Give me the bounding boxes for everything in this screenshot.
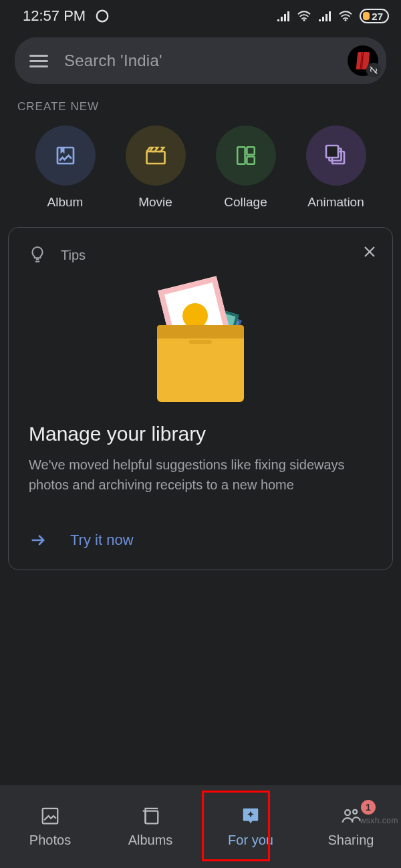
for-you-icon <box>241 806 261 826</box>
battery-percent: 27 <box>372 11 383 22</box>
hamburger-menu-icon[interactable] <box>29 55 48 67</box>
photos-icon <box>40 806 60 826</box>
close-button[interactable] <box>362 244 378 262</box>
tips-title: Manage your library <box>29 423 372 445</box>
create-new-row: Album Movie Collage Animation <box>0 126 401 210</box>
svg-point-0 <box>97 11 108 22</box>
tips-heading-text: Tips <box>61 248 86 263</box>
create-label: Movie <box>138 195 172 210</box>
svg-point-2 <box>345 19 347 21</box>
sharing-icon <box>340 806 362 826</box>
status-bar: 12:57 PM 27 <box>0 0 401 32</box>
bottom-nav: Photos Albums For you Sharing 1 <box>0 785 401 868</box>
nav-label: Sharing <box>328 833 374 848</box>
clock-text: 12:57 PM <box>23 7 86 25</box>
nav-sharing[interactable]: Sharing 1 <box>301 785 401 868</box>
svg-rect-5 <box>237 147 245 164</box>
tips-body: We've moved helpful suggestions like fix… <box>29 455 372 495</box>
cellular-signal-icon-2 <box>318 11 331 21</box>
tips-illustration <box>29 280 372 400</box>
account-avatar[interactable] <box>348 45 378 76</box>
tips-card: Tips Manage your library We've moved hel… <box>8 227 393 570</box>
nav-label: For you <box>228 833 273 848</box>
status-right: 27 <box>277 9 389 23</box>
create-movie-button[interactable]: Movie <box>122 126 189 210</box>
nav-photos[interactable]: Photos <box>0 785 100 868</box>
svg-rect-12 <box>146 811 158 823</box>
search-bar[interactable]: Search 'India' <box>15 37 386 84</box>
create-label: Animation <box>307 195 364 210</box>
wifi-signal-icon <box>297 10 311 22</box>
tips-header: Tips <box>29 246 372 264</box>
create-album-button[interactable]: Album <box>32 126 99 210</box>
svg-rect-3 <box>57 148 74 164</box>
lightbulb-icon <box>29 246 46 264</box>
try-it-now-label: Try it now <box>70 531 134 549</box>
create-collage-button[interactable]: Collage <box>213 126 279 210</box>
wifi-icon <box>338 10 353 22</box>
svg-rect-7 <box>247 156 254 164</box>
collage-icon <box>216 126 276 186</box>
sync-off-badge-icon <box>366 63 381 77</box>
cellular-signal-icon <box>277 11 290 21</box>
create-label: Album <box>47 195 84 210</box>
create-animation-button[interactable]: Animation <box>303 126 370 210</box>
sharing-badge: 1 <box>361 800 376 815</box>
svg-point-1 <box>303 19 305 21</box>
watermark-text: wsxh.com <box>360 816 398 825</box>
svg-point-13 <box>345 810 350 815</box>
try-it-now-button[interactable]: Try it now <box>29 531 372 550</box>
svg-rect-11 <box>43 808 58 823</box>
nav-for-you[interactable]: For you <box>200 785 301 868</box>
create-label: Collage <box>224 195 267 210</box>
albums-icon <box>140 806 160 826</box>
svg-rect-10 <box>326 146 338 158</box>
nav-albums[interactable]: Albums <box>100 785 200 868</box>
nav-label: Photos <box>29 833 71 848</box>
nav-label: Albums <box>128 833 173 848</box>
battery-indicator: 27 <box>360 9 389 23</box>
create-new-heading: CREATE NEW <box>17 100 401 114</box>
arrow-right-icon <box>29 531 47 550</box>
search-placeholder: Search 'India' <box>64 51 348 70</box>
movie-icon <box>126 126 186 186</box>
album-icon <box>35 126 96 186</box>
svg-rect-4 <box>146 152 164 164</box>
circle-indicator-icon <box>95 9 110 23</box>
status-left: 12:57 PM <box>23 7 110 25</box>
animation-icon <box>306 126 366 186</box>
svg-rect-6 <box>247 147 254 154</box>
battery-fill-icon <box>363 12 370 20</box>
svg-point-14 <box>353 809 357 813</box>
close-icon <box>362 244 378 260</box>
